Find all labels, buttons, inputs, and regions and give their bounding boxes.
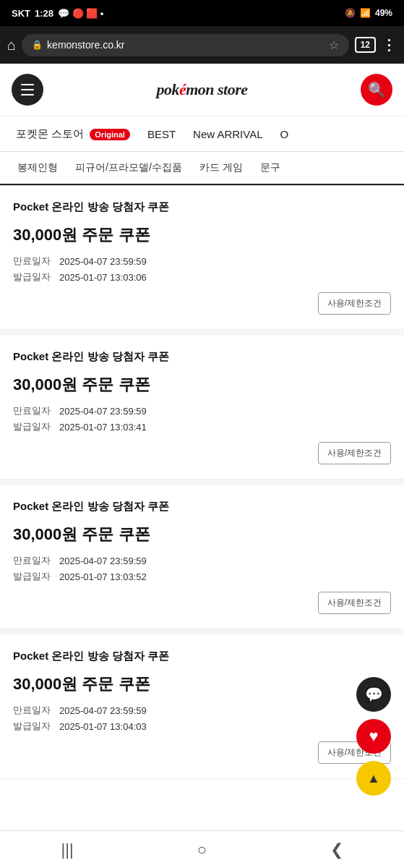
battery-label: 49% xyxy=(375,8,392,18)
coupon-issued-value-4: 2025-01-07 13:04:03 xyxy=(59,721,147,732)
bookmark-icon[interactable]: ☆ xyxy=(329,38,339,52)
coupon-dates-3: 만료일자 2025-04-07 23:59:59 발급일자 2025-01-07… xyxy=(13,554,391,583)
hamburger-line-2 xyxy=(21,89,34,90)
coupon-expiry-value-2: 2025-04-07 23:59:59 xyxy=(59,406,147,417)
fab-container: 💬 ♥ ▲ xyxy=(356,677,391,785)
browser-address-bar[interactable]: 🔒 kemonstore.co.kr ☆ xyxy=(22,34,349,56)
coupon-expiry-row-2: 만료일자 2025-04-07 23:59:59 xyxy=(13,404,391,417)
time-label: 1:28 xyxy=(35,8,53,19)
notification-icons: 💬 🔴 🟥 • xyxy=(58,8,103,19)
coupon-issued-row-2: 발급일자 2025-01-07 13:03:41 xyxy=(13,420,391,433)
coupon-expiry-value-4: 2025-04-07 23:59:59 xyxy=(59,705,147,716)
coupon-footer-3: 사용/제한조건 xyxy=(13,592,391,614)
coupon-issued-row-4: 발급일자 2025-01-07 13:04:03 xyxy=(13,720,391,733)
coupon-footer-4: 사용/제한조건 xyxy=(13,741,391,764)
hamburger-button[interactable] xyxy=(12,74,43,106)
search-icon: 🔍 xyxy=(368,81,386,98)
coupon-expiry-label-2: 만료일자 xyxy=(13,404,51,417)
coupon-card-2: Pocket 온라인 방송 당첨자 쿠폰 30,000원 주문 쿠폰 만료일자 … xyxy=(0,336,404,480)
coupon-issued-label-2: 발급일자 xyxy=(13,420,51,433)
wishlist-fab-button[interactable]: ♥ xyxy=(356,719,391,754)
nav-item-new-arrival[interactable]: New ARRIVAL xyxy=(186,122,270,146)
coupon-issued-row-1: 발급일자 2025-01-07 13:03:06 xyxy=(13,271,391,284)
coupon-dates-1: 만료일자 2025-04-07 23:59:59 발급일자 2025-01-07… xyxy=(13,255,391,284)
chat-fab-button[interactable]: 💬 xyxy=(356,677,391,712)
coupon-expiry-label-4: 만료일자 xyxy=(13,704,51,717)
nav-row-secondary: 봉제인형 피규어/프라모델/수집품 카드 게임 문구 xyxy=(0,152,404,185)
coupon-expiry-row-1: 만료일자 2025-04-07 23:59:59 xyxy=(13,255,391,268)
original-badge: Original xyxy=(90,129,130,140)
coupon-card-4: Pocket 온라인 방송 당첨자 쿠폰 30,000원 주문 쿠폰 만료일자 … xyxy=(0,635,404,779)
coupon-title-1: Pocket 온라인 방송 당첨자 쿠폰 xyxy=(13,200,391,214)
hamburger-line-1 xyxy=(21,84,34,85)
wifi-icon: 📶 xyxy=(360,8,371,18)
browser-home-icon[interactable]: ⌂ xyxy=(7,37,16,54)
coupon-terms-button-1[interactable]: 사용/제한조건 xyxy=(318,292,391,315)
nav-menu-primary: 포켓몬 스토어 Original BEST New ARRIVAL O 봉제인형… xyxy=(0,116,404,186)
heart-icon: ♥ xyxy=(369,727,378,746)
site-header: pokémon store 🔍 xyxy=(0,64,404,116)
coupon-card-3: Pocket 온라인 방송 당첨자 쿠폰 30,000원 주문 쿠폰 만료일자 … xyxy=(0,485,404,629)
site-logo: pokémon store xyxy=(156,80,247,99)
coupon-dates-4: 만료일자 2025-04-07 23:59:59 발급일자 2025-01-07… xyxy=(13,704,391,733)
coupon-list: Pocket 온라인 방송 당첨자 쿠폰 30,000원 주문 쿠폰 만료일자 … xyxy=(0,186,404,779)
coupon-expiry-value-1: 2025-04-07 23:59:59 xyxy=(59,256,147,267)
coupon-issued-value-2: 2025-01-07 13:03:41 xyxy=(59,422,147,433)
nav-item-figures[interactable]: 피규어/프라모델/수집품 xyxy=(66,156,191,180)
coupon-dates-2: 만료일자 2025-04-07 23:59:59 발급일자 2025-01-07… xyxy=(13,404,391,433)
coupon-title-4: Pocket 온라인 방송 당첨자 쿠폰 xyxy=(13,650,391,663)
scroll-top-fab-button[interactable]: ▲ xyxy=(356,761,391,785)
coupon-footer-2: 사용/제한조건 xyxy=(13,442,391,464)
coupon-issued-label-1: 발급일자 xyxy=(13,271,51,284)
coupon-footer-1: 사용/제한조건 xyxy=(13,292,391,315)
nav-item-pokemon-store[interactable]: 포켓몬 스토어 Original xyxy=(9,122,137,147)
signal-icon: 🔕 xyxy=(345,8,356,18)
coupon-terms-button-2[interactable]: 사용/제한조건 xyxy=(318,442,391,464)
search-button[interactable]: 🔍 xyxy=(361,74,392,106)
carrier-label: SKT xyxy=(12,8,30,19)
coupon-terms-button-3[interactable]: 사용/제한조건 xyxy=(318,592,391,614)
coupon-amount-3: 30,000원 주문 쿠폰 xyxy=(13,524,391,545)
browser-bar: ⌂ 🔒 kemonstore.co.kr ☆ 12 ⋮ xyxy=(0,26,404,64)
chat-icon: 💬 xyxy=(365,686,383,703)
coupon-amount-1: 30,000원 주문 쿠폰 xyxy=(13,224,391,246)
coupon-expiry-label-3: 만료일자 xyxy=(13,554,51,567)
coupon-expiry-row-4: 만료일자 2025-04-07 23:59:59 xyxy=(13,704,391,717)
hamburger-line-3 xyxy=(21,94,34,95)
status-right: 🔕 📶 49% xyxy=(345,8,392,18)
coupon-issued-value-1: 2025-01-07 13:03:06 xyxy=(59,272,147,283)
lock-icon: 🔒 xyxy=(32,40,43,50)
url-text: kemonstore.co.kr xyxy=(47,39,124,51)
coupon-issued-row-3: 발급일자 2025-01-07 13:03:52 xyxy=(13,570,391,583)
coupon-issued-label-3: 발급일자 xyxy=(13,570,51,583)
coupon-expiry-label-1: 만료일자 xyxy=(13,255,51,268)
nav-item-cards[interactable]: 카드 게임 xyxy=(191,156,252,180)
status-bar: SKT 1:28 💬 🔴 🟥 • 🔕 📶 49% xyxy=(0,0,404,26)
browser-menu-icon[interactable]: ⋮ xyxy=(382,36,397,54)
status-left: SKT 1:28 💬 🔴 🟥 • xyxy=(12,8,103,19)
nav-item-stationery[interactable]: 문구 xyxy=(252,156,289,180)
chevron-up-icon: ▲ xyxy=(367,771,380,786)
coupon-expiry-row-3: 만료일자 2025-04-07 23:59:59 xyxy=(13,554,391,567)
coupon-amount-4: 30,000원 주문 쿠폰 xyxy=(13,673,391,695)
coupon-issued-value-3: 2025-01-07 13:03:52 xyxy=(59,571,147,582)
nav-item-other[interactable]: O xyxy=(273,122,296,146)
coupon-card-1: Pocket 온라인 방송 당첨자 쿠폰 30,000원 주문 쿠폰 만료일자 … xyxy=(0,186,404,330)
coupon-issued-label-4: 발급일자 xyxy=(13,720,51,733)
coupon-amount-2: 30,000원 주문 쿠폰 xyxy=(13,374,391,396)
nav-item-plush[interactable]: 봉제인형 xyxy=(9,156,66,180)
nav-row-primary: 포켓몬 스토어 Original BEST New ARRIVAL O xyxy=(0,116,404,151)
coupon-title-3: Pocket 온라인 방송 당첨자 쿠폰 xyxy=(13,500,391,514)
coupon-expiry-value-3: 2025-04-07 23:59:59 xyxy=(59,556,147,566)
coupon-title-2: Pocket 온라인 방송 당첨자 쿠폰 xyxy=(13,350,391,364)
nav-item-best[interactable]: BEST xyxy=(140,122,183,146)
browser-tab-count[interactable]: 12 xyxy=(355,37,376,53)
